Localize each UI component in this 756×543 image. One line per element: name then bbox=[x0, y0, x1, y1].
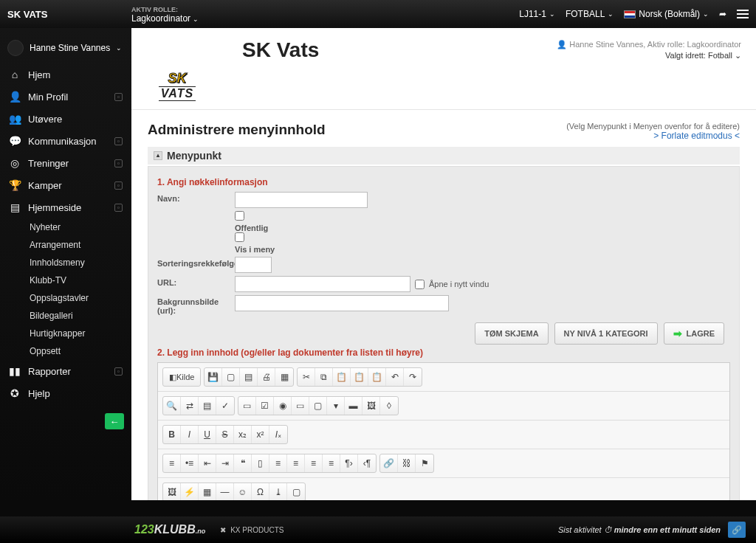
bullist-icon[interactable]: •≡ bbox=[181, 454, 199, 472]
bgimage-input[interactable] bbox=[235, 295, 449, 311]
sidebar-item-website[interactable]: ▤Hjemmeside▫ bbox=[0, 196, 131, 218]
align-right-icon[interactable]: ≡ bbox=[305, 454, 323, 472]
subnav-klubbtv[interactable]: Klubb-TV bbox=[24, 272, 131, 289]
showmenu-checkbox[interactable] bbox=[235, 232, 244, 242]
textarea-icon[interactable]: ▢ bbox=[309, 397, 327, 415]
button-icon[interactable]: ▬ bbox=[345, 397, 362, 415]
bold-icon[interactable]: B bbox=[163, 426, 181, 443]
select-icon[interactable]: ▾ bbox=[327, 397, 345, 415]
paste-text-icon[interactable]: 📋 bbox=[351, 368, 368, 386]
textfield-icon[interactable]: ▭ bbox=[292, 397, 309, 415]
settings-button[interactable]: 🔗 bbox=[728, 522, 746, 538]
ltr-icon[interactable]: ¶› bbox=[340, 454, 358, 472]
italic-icon[interactable]: I bbox=[181, 426, 199, 443]
checkbox-icon[interactable]: ☑ bbox=[256, 397, 274, 415]
subscript-icon[interactable]: x₂ bbox=[234, 426, 252, 443]
flash-icon[interactable]: ⚡ bbox=[181, 483, 199, 500]
active-role-block[interactable]: AKTIV ROLLE: Lagkoordinator ⌄ bbox=[131, 5, 199, 24]
team-selector[interactable]: LJ11-1⌄ bbox=[519, 9, 555, 19]
undo-icon[interactable]: ↶ bbox=[386, 368, 404, 386]
smiley-icon[interactable]: ☺ bbox=[234, 483, 252, 500]
sort-input[interactable] bbox=[235, 257, 272, 273]
superscript-icon[interactable]: x² bbox=[252, 426, 269, 443]
image-button-icon[interactable]: 🖼 bbox=[362, 397, 380, 415]
expand-icon[interactable]: ▫ bbox=[114, 159, 123, 167]
align-center-icon[interactable]: ≡ bbox=[287, 454, 305, 472]
outdent-icon[interactable]: ⇤ bbox=[199, 454, 216, 472]
exit-editmode-link[interactable]: > Forlate editmodus < bbox=[653, 131, 740, 141]
expand-icon[interactable]: ▫ bbox=[114, 137, 123, 145]
anchor-icon[interactable]: ⚑ bbox=[416, 454, 433, 472]
logout-button[interactable]: ➦ bbox=[719, 9, 726, 19]
subnav-boards[interactable]: Oppslagstavler bbox=[24, 289, 131, 307]
new-category-button[interactable]: NY NIVÅ 1 KATEGORI bbox=[554, 322, 658, 345]
paste-icon[interactable]: 📋 bbox=[333, 368, 351, 386]
removeformat-icon[interactable]: Iₓ bbox=[269, 426, 287, 443]
subnav-layout[interactable]: Oppsett bbox=[24, 342, 131, 360]
align-justify-icon[interactable]: ≡ bbox=[323, 454, 340, 472]
language-selector[interactable]: Norsk (Bokmål)⌄ bbox=[624, 9, 709, 19]
link-icon[interactable]: 🔗 bbox=[380, 454, 398, 472]
rtl-icon[interactable]: ‹¶ bbox=[358, 454, 376, 472]
indent-icon[interactable]: ⇥ bbox=[216, 454, 234, 472]
print-icon[interactable]: 🖨 bbox=[258, 368, 275, 386]
spellcheck-icon[interactable]: ✓ bbox=[216, 397, 234, 415]
sidebar-item-help[interactable]: ✪Hjelp bbox=[0, 382, 131, 404]
selectall-icon[interactable]: ▤ bbox=[199, 397, 216, 415]
sidebar-item-matches[interactable]: 🏆Kamper▫ bbox=[0, 174, 131, 196]
replace-icon[interactable]: ⇄ bbox=[181, 397, 199, 415]
newwindow-checkbox[interactable] bbox=[415, 280, 425, 289]
source-button[interactable]: ◧ Kilde bbox=[163, 368, 200, 386]
clear-form-button[interactable]: TØM SKJEMA bbox=[475, 322, 548, 345]
iframe-icon[interactable]: ▢ bbox=[287, 483, 305, 500]
sidebar-user[interactable]: Hanne Stine Vannes⌄ bbox=[0, 35, 131, 63]
sport-selector[interactable]: FOTBALL⌄ bbox=[566, 9, 614, 19]
expand-icon[interactable]: ▫ bbox=[114, 367, 123, 376]
selected-sport[interactable]: Valgt idrett: Fotball ⌄ bbox=[557, 51, 741, 60]
cut-icon[interactable]: ✂ bbox=[298, 368, 315, 386]
div-icon[interactable]: ▯ bbox=[252, 454, 269, 472]
template-icon[interactable]: ▦ bbox=[275, 368, 293, 386]
save-icon[interactable]: 💾 bbox=[205, 368, 222, 386]
collapse-sidebar-button[interactable]: ← bbox=[105, 413, 124, 429]
hidden-field-icon[interactable]: ◊ bbox=[380, 397, 398, 415]
image-icon[interactable]: 🖼 bbox=[163, 483, 181, 500]
specialchar-icon[interactable]: Ω bbox=[252, 483, 269, 500]
sidebar-item-training[interactable]: ◎Treninger▫ bbox=[0, 152, 131, 174]
preview-icon[interactable]: ▤ bbox=[240, 368, 258, 386]
collapse-icon[interactable]: ▫ bbox=[114, 204, 123, 212]
table-icon[interactable]: ▦ bbox=[199, 483, 216, 500]
copy-icon[interactable]: ⧉ bbox=[315, 368, 333, 386]
sidebar-item-profile[interactable]: 👤Min Profil▫ bbox=[0, 86, 131, 108]
name-input[interactable] bbox=[235, 192, 368, 208]
save-button[interactable]: ➡LAGRE bbox=[664, 322, 725, 345]
find-icon[interactable]: 🔍 bbox=[163, 397, 181, 415]
numlist-icon[interactable]: ≡ bbox=[163, 454, 181, 472]
pagebreak-icon[interactable]: ⤓ bbox=[269, 483, 287, 500]
sidebar-item-home[interactable]: ⌂Hjem bbox=[0, 63, 131, 86]
url-input[interactable] bbox=[235, 276, 410, 292]
redo-icon[interactable]: ↷ bbox=[404, 368, 422, 386]
sidebar-item-reports[interactable]: ▮▮Rapporter▫ bbox=[0, 360, 131, 382]
newpage-icon[interactable]: ▢ bbox=[222, 368, 240, 386]
expand-icon[interactable]: ▫ bbox=[114, 181, 123, 190]
hr-icon[interactable]: — bbox=[216, 483, 234, 500]
unlink-icon[interactable]: ⛓ bbox=[398, 454, 416, 472]
blockquote-icon[interactable]: ❝ bbox=[234, 454, 252, 472]
underline-icon[interactable]: U bbox=[199, 426, 216, 443]
subnav-news[interactable]: Nyheter bbox=[24, 218, 131, 236]
menu-icon[interactable] bbox=[737, 10, 749, 18]
subnav-events[interactable]: Arrangement bbox=[24, 236, 131, 254]
strike-icon[interactable]: S bbox=[216, 426, 234, 443]
subnav-contentmenu[interactable]: Innholdsmeny bbox=[24, 254, 131, 272]
form-icon[interactable]: ▭ bbox=[238, 397, 256, 415]
public-checkbox[interactable] bbox=[235, 211, 244, 221]
sidebar-item-athletes[interactable]: 👥Utøvere bbox=[0, 108, 131, 130]
sidebar-item-communication[interactable]: 💬Kommunikasjon▫ bbox=[0, 130, 131, 152]
subnav-gallery[interactable]: Bildegalleri bbox=[24, 307, 131, 325]
expand-icon[interactable]: ▫ bbox=[114, 93, 123, 101]
align-left-icon[interactable]: ≡ bbox=[269, 454, 287, 472]
subnav-quickbuttons[interactable]: Hurtigknapper bbox=[24, 325, 131, 342]
radio-icon[interactable]: ◉ bbox=[274, 397, 292, 415]
section-menypunkt[interactable]: ▴ Menypunkt bbox=[148, 147, 740, 165]
